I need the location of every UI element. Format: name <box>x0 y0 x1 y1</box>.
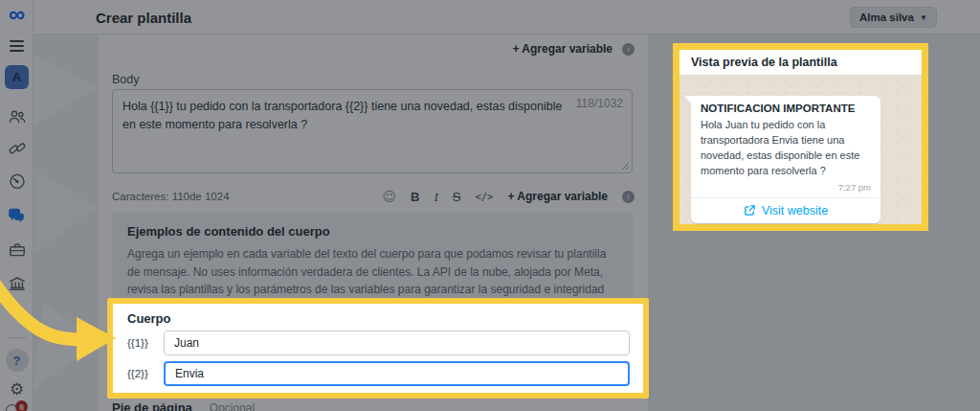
variable-2-tag: {{2}} <box>127 368 154 379</box>
audiences-icon[interactable] <box>0 107 33 126</box>
notifications-icon[interactable]: 6 <box>4 402 33 411</box>
info-icon[interactable]: i <box>622 191 635 203</box>
external-link-icon <box>744 204 756 217</box>
message-time: 7:27 pm <box>701 182 871 193</box>
variable-row-2: {{2}} <box>127 361 630 386</box>
add-variable-top-row: + Agregar variable i <box>512 42 635 56</box>
commerce-bank-icon[interactable] <box>0 274 33 293</box>
body-field-label: Body <box>112 73 140 86</box>
emoji-icon[interactable]: ☺ <box>382 190 396 203</box>
examples-title: Ejemplos de contenido del cuerpo <box>127 224 330 239</box>
performance-gauge-icon[interactable] <box>0 171 33 191</box>
info-icon[interactable]: i <box>622 43 635 56</box>
app-screen: ∞ A <box>0 0 980 411</box>
account-dropdown-button[interactable]: Alma silva ▼ <box>850 7 937 28</box>
account-name: Alma silva <box>859 11 914 23</box>
char-counter: Caracteres: 110de 1024 <box>112 191 230 202</box>
add-variable-button[interactable]: + Agregar variable <box>512 42 612 56</box>
sidebar: ∞ A <box>0 0 33 411</box>
format-toolbar: ☺ B I S </> + Agregar variable i <box>382 190 635 203</box>
visit-website-button[interactable]: Visit website <box>691 197 880 223</box>
footer-field-row: Pie de página Opcional <box>112 400 255 411</box>
message-header: NOTIFICACION IMPORTANTE <box>701 103 871 114</box>
sidebar-divider <box>8 337 26 338</box>
strikethrough-button[interactable]: S <box>453 191 461 203</box>
message-bubble: NOTIFICACION IMPORTANTE Hola Juan tu ped… <box>691 96 880 223</box>
menu-icon[interactable] <box>0 38 33 54</box>
notification-badge: 6 <box>15 400 28 411</box>
cuerpo-variables-box: Cuerpo {{1}} {{2}} <box>107 298 649 399</box>
footer-optional-label: Opcional <box>210 401 255 411</box>
variable-2-input[interactable] <box>164 361 630 386</box>
messages-icon[interactable] <box>0 206 33 225</box>
bold-button[interactable]: B <box>411 191 419 203</box>
template-preview-panel: Vista previa de la plantilla NOTIFICACIO… <box>673 43 928 231</box>
footer-label: Pie de página <box>112 400 192 411</box>
template-editor-card: + Agregar variable i Body Hola {{1}} tu … <box>99 34 648 411</box>
settings-gear-icon[interactable]: ⚙ <box>0 379 33 399</box>
avatar-letter: A <box>5 65 29 89</box>
help-icon[interactable]: ? <box>0 349 33 372</box>
business-avatar[interactable]: A <box>0 65 33 89</box>
preview-title: Vista previa de la plantilla <box>679 50 922 75</box>
page-title: Crear plantilla <box>96 0 191 34</box>
chevron-down-icon: ▼ <box>920 13 927 22</box>
cuerpo-title: Cuerpo <box>127 311 171 326</box>
code-button[interactable]: </> <box>475 192 493 202</box>
variable-row-1: {{1}} <box>127 331 630 355</box>
business-tools-icon[interactable] <box>0 240 33 260</box>
variable-1-tag: {{1}} <box>127 337 154 349</box>
message-body: Hola Juan tu pedido con la transportador… <box>701 118 871 179</box>
meta-logo-icon[interactable]: ∞ <box>0 2 33 27</box>
inline-char-counter: 118/1032 <box>576 97 623 110</box>
visit-website-label: Visit website <box>762 204 828 217</box>
italic-button[interactable]: I <box>434 191 437 203</box>
add-variable-button-bottom[interactable]: + Agregar variable <box>507 190 608 203</box>
links-icon[interactable] <box>0 139 33 158</box>
whatsapp-chat-background: NOTIFICACION IMPORTANTE Hola Juan tu ped… <box>679 75 922 224</box>
body-textarea[interactable]: Hola {{1}} tu pedido con la transportado… <box>112 89 633 173</box>
background-pattern <box>33 34 99 411</box>
top-bar: Crear plantilla Alma silva ▼ <box>33 0 980 34</box>
variable-1-input[interactable] <box>164 331 630 355</box>
characters-toolbar-row: Caracteres: 110de 1024 ☺ B I S </> + Agr… <box>112 186 635 207</box>
body-textarea-wrap: Hola {{1}} tu pedido con la transportado… <box>112 89 633 173</box>
resize-handle-icon[interactable] <box>621 162 630 171</box>
